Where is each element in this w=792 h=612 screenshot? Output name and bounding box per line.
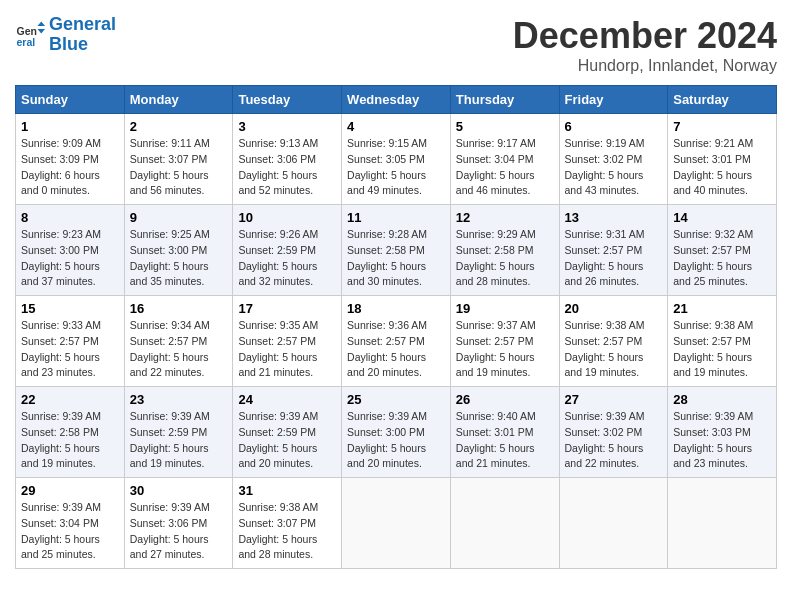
svg-text:eral: eral xyxy=(17,35,36,47)
day-info: Sunrise: 9:29 AM Sunset: 2:58 PM Dayligh… xyxy=(456,228,536,287)
day-number: 4 xyxy=(347,119,445,134)
weekday-header-sunday: Sunday xyxy=(16,86,125,114)
day-number: 11 xyxy=(347,210,445,225)
day-number: 10 xyxy=(238,210,336,225)
day-info: Sunrise: 9:32 AM Sunset: 2:57 PM Dayligh… xyxy=(673,228,753,287)
calendar-table: SundayMondayTuesdayWednesdayThursdayFrid… xyxy=(15,85,777,569)
day-info: Sunrise: 9:15 AM Sunset: 3:05 PM Dayligh… xyxy=(347,137,427,196)
location-title: Hundorp, Innlandet, Norway xyxy=(513,57,777,75)
day-number: 17 xyxy=(238,301,336,316)
day-info: Sunrise: 9:25 AM Sunset: 3:00 PM Dayligh… xyxy=(130,228,210,287)
week-row-2: 8 Sunrise: 9:23 AM Sunset: 3:00 PM Dayli… xyxy=(16,205,777,296)
day-number: 20 xyxy=(565,301,663,316)
day-number: 1 xyxy=(21,119,119,134)
calendar-cell: 12 Sunrise: 9:29 AM Sunset: 2:58 PM Dayl… xyxy=(450,205,559,296)
day-number: 13 xyxy=(565,210,663,225)
logo-general: General xyxy=(49,14,116,34)
day-number: 16 xyxy=(130,301,228,316)
day-info: Sunrise: 9:38 AM Sunset: 3:07 PM Dayligh… xyxy=(238,501,318,560)
day-number: 18 xyxy=(347,301,445,316)
day-info: Sunrise: 9:33 AM Sunset: 2:57 PM Dayligh… xyxy=(21,319,101,378)
day-number: 31 xyxy=(238,483,336,498)
calendar-cell: 17 Sunrise: 9:35 AM Sunset: 2:57 PM Dayl… xyxy=(233,296,342,387)
day-number: 14 xyxy=(673,210,771,225)
calendar-cell xyxy=(450,478,559,569)
weekday-header-tuesday: Tuesday xyxy=(233,86,342,114)
day-info: Sunrise: 9:39 AM Sunset: 3:06 PM Dayligh… xyxy=(130,501,210,560)
logo-icon: Gen eral xyxy=(15,20,45,50)
calendar-cell: 24 Sunrise: 9:39 AM Sunset: 2:59 PM Dayl… xyxy=(233,387,342,478)
day-number: 29 xyxy=(21,483,119,498)
week-row-3: 15 Sunrise: 9:33 AM Sunset: 2:57 PM Dayl… xyxy=(16,296,777,387)
day-info: Sunrise: 9:31 AM Sunset: 2:57 PM Dayligh… xyxy=(565,228,645,287)
calendar-cell: 2 Sunrise: 9:11 AM Sunset: 3:07 PM Dayli… xyxy=(124,114,233,205)
weekday-header-saturday: Saturday xyxy=(668,86,777,114)
calendar-cell: 15 Sunrise: 9:33 AM Sunset: 2:57 PM Dayl… xyxy=(16,296,125,387)
logo-text: General Blue xyxy=(49,15,116,55)
day-info: Sunrise: 9:28 AM Sunset: 2:58 PM Dayligh… xyxy=(347,228,427,287)
day-number: 28 xyxy=(673,392,771,407)
day-number: 23 xyxy=(130,392,228,407)
day-info: Sunrise: 9:17 AM Sunset: 3:04 PM Dayligh… xyxy=(456,137,536,196)
day-number: 7 xyxy=(673,119,771,134)
calendar-cell: 22 Sunrise: 9:39 AM Sunset: 2:58 PM Dayl… xyxy=(16,387,125,478)
calendar-cell: 27 Sunrise: 9:39 AM Sunset: 3:02 PM Dayl… xyxy=(559,387,668,478)
weekday-header-thursday: Thursday xyxy=(450,86,559,114)
calendar-cell: 18 Sunrise: 9:36 AM Sunset: 2:57 PM Dayl… xyxy=(342,296,451,387)
week-row-5: 29 Sunrise: 9:39 AM Sunset: 3:04 PM Dayl… xyxy=(16,478,777,569)
calendar-cell: 5 Sunrise: 9:17 AM Sunset: 3:04 PM Dayli… xyxy=(450,114,559,205)
calendar-cell: 16 Sunrise: 9:34 AM Sunset: 2:57 PM Dayl… xyxy=(124,296,233,387)
day-number: 6 xyxy=(565,119,663,134)
day-info: Sunrise: 9:39 AM Sunset: 3:04 PM Dayligh… xyxy=(21,501,101,560)
day-number: 22 xyxy=(21,392,119,407)
weekday-header-monday: Monday xyxy=(124,86,233,114)
day-number: 2 xyxy=(130,119,228,134)
day-info: Sunrise: 9:39 AM Sunset: 2:58 PM Dayligh… xyxy=(21,410,101,469)
calendar-cell: 31 Sunrise: 9:38 AM Sunset: 3:07 PM Dayl… xyxy=(233,478,342,569)
day-number: 25 xyxy=(347,392,445,407)
weekday-header-wednesday: Wednesday xyxy=(342,86,451,114)
calendar-cell: 21 Sunrise: 9:38 AM Sunset: 2:57 PM Dayl… xyxy=(668,296,777,387)
calendar-cell: 20 Sunrise: 9:38 AM Sunset: 2:57 PM Dayl… xyxy=(559,296,668,387)
calendar-cell: 30 Sunrise: 9:39 AM Sunset: 3:06 PM Dayl… xyxy=(124,478,233,569)
day-number: 21 xyxy=(673,301,771,316)
day-info: Sunrise: 9:38 AM Sunset: 2:57 PM Dayligh… xyxy=(673,319,753,378)
day-number: 5 xyxy=(456,119,554,134)
calendar-cell: 3 Sunrise: 9:13 AM Sunset: 3:06 PM Dayli… xyxy=(233,114,342,205)
month-title: December 2024 xyxy=(513,15,777,57)
calendar-cell: 8 Sunrise: 9:23 AM Sunset: 3:00 PM Dayli… xyxy=(16,205,125,296)
svg-marker-3 xyxy=(38,29,46,34)
weekday-header-row: SundayMondayTuesdayWednesdayThursdayFrid… xyxy=(16,86,777,114)
day-info: Sunrise: 9:36 AM Sunset: 2:57 PM Dayligh… xyxy=(347,319,427,378)
day-info: Sunrise: 9:39 AM Sunset: 3:02 PM Dayligh… xyxy=(565,410,645,469)
svg-marker-2 xyxy=(38,21,46,26)
day-number: 30 xyxy=(130,483,228,498)
calendar-cell xyxy=(342,478,451,569)
title-area: December 2024 Hundorp, Innlandet, Norway xyxy=(513,15,777,75)
header: Gen eral General Blue December 2024 Hund… xyxy=(15,15,777,75)
calendar-cell: 14 Sunrise: 9:32 AM Sunset: 2:57 PM Dayl… xyxy=(668,205,777,296)
day-number: 26 xyxy=(456,392,554,407)
calendar-cell: 7 Sunrise: 9:21 AM Sunset: 3:01 PM Dayli… xyxy=(668,114,777,205)
calendar-cell: 13 Sunrise: 9:31 AM Sunset: 2:57 PM Dayl… xyxy=(559,205,668,296)
calendar-cell: 19 Sunrise: 9:37 AM Sunset: 2:57 PM Dayl… xyxy=(450,296,559,387)
day-number: 24 xyxy=(238,392,336,407)
calendar-cell: 26 Sunrise: 9:40 AM Sunset: 3:01 PM Dayl… xyxy=(450,387,559,478)
day-number: 12 xyxy=(456,210,554,225)
day-info: Sunrise: 9:11 AM Sunset: 3:07 PM Dayligh… xyxy=(130,137,210,196)
calendar-cell: 6 Sunrise: 9:19 AM Sunset: 3:02 PM Dayli… xyxy=(559,114,668,205)
day-info: Sunrise: 9:21 AM Sunset: 3:01 PM Dayligh… xyxy=(673,137,753,196)
day-info: Sunrise: 9:39 AM Sunset: 3:03 PM Dayligh… xyxy=(673,410,753,469)
calendar-cell: 28 Sunrise: 9:39 AM Sunset: 3:03 PM Dayl… xyxy=(668,387,777,478)
day-number: 3 xyxy=(238,119,336,134)
day-info: Sunrise: 9:39 AM Sunset: 2:59 PM Dayligh… xyxy=(130,410,210,469)
day-info: Sunrise: 9:40 AM Sunset: 3:01 PM Dayligh… xyxy=(456,410,536,469)
calendar-cell xyxy=(668,478,777,569)
logo: Gen eral General Blue xyxy=(15,15,116,55)
day-info: Sunrise: 9:35 AM Sunset: 2:57 PM Dayligh… xyxy=(238,319,318,378)
day-info: Sunrise: 9:19 AM Sunset: 3:02 PM Dayligh… xyxy=(565,137,645,196)
calendar-cell: 4 Sunrise: 9:15 AM Sunset: 3:05 PM Dayli… xyxy=(342,114,451,205)
week-row-1: 1 Sunrise: 9:09 AM Sunset: 3:09 PM Dayli… xyxy=(16,114,777,205)
calendar-cell xyxy=(559,478,668,569)
day-info: Sunrise: 9:39 AM Sunset: 3:00 PM Dayligh… xyxy=(347,410,427,469)
